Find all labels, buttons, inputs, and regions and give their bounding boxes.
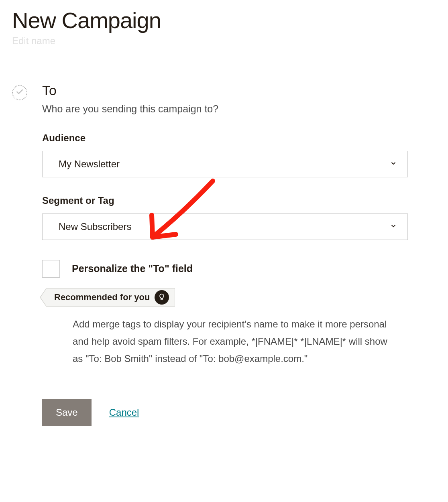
chevron-down-icon (390, 222, 397, 231)
recommended-label: Recommended for you (54, 292, 150, 303)
edit-name-link[interactable]: Edit name (12, 35, 436, 47)
status-indicator (12, 85, 27, 100)
personalize-label: Personalize the "To" field (72, 263, 193, 274)
to-content: To Who are you sending this campaign to?… (42, 83, 436, 426)
audience-value: My Newsletter (59, 159, 120, 170)
action-row: Save Cancel (42, 399, 408, 426)
personalize-row: Personalize the "To" field (42, 260, 408, 278)
personalize-checkbox[interactable] (42, 260, 60, 278)
save-button[interactable]: Save (42, 399, 92, 426)
status-column (12, 83, 42, 426)
page-title: New Campaign (12, 8, 436, 33)
recommended-tag: Recommended for you (46, 288, 175, 307)
recommended-row: Recommended for you (46, 288, 408, 307)
segment-select[interactable]: New Subscribers (42, 213, 408, 240)
lightbulb-icon (155, 290, 169, 305)
cancel-link[interactable]: Cancel (109, 407, 139, 418)
chevron-down-icon (390, 160, 397, 169)
to-section: To Who are you sending this campaign to?… (12, 83, 436, 426)
recommended-description: Add merge tags to display your recipient… (73, 315, 408, 368)
check-icon (16, 88, 24, 98)
segment-label: Segment or Tag (42, 195, 408, 206)
audience-select[interactable]: My Newsletter (42, 151, 408, 177)
audience-label: Audience (42, 132, 408, 144)
to-subheading: Who are you sending this campaign to? (42, 103, 408, 115)
segment-value: New Subscribers (59, 221, 131, 232)
to-heading: To (42, 83, 408, 98)
